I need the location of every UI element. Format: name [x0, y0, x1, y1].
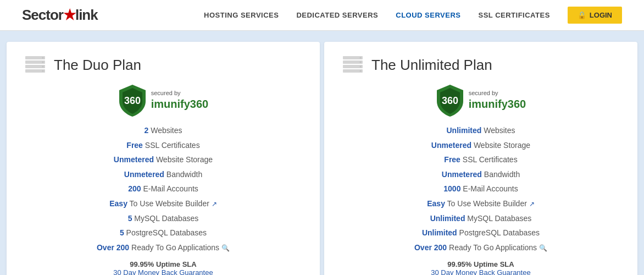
unlimited-features: Unlimited Websites Unmetered Website Sto… — [341, 123, 621, 255]
duo-plan-header: The Duo Plan — [23, 53, 303, 77]
svg-point-13 — [360, 57, 362, 59]
unlimited-money-back[interactable]: 30 Day Money Back Guarantee — [341, 268, 621, 275]
duo-money-back[interactable]: 30 Day Money Back Guarantee — [23, 268, 303, 275]
feature-email: 200 E-Mail Accounts — [23, 182, 303, 196]
svg-point-7 — [42, 70, 44, 72]
u-feature-ssl: Free SSL Certificates — [341, 152, 621, 167]
feature-website-builder: Easy To Use Website Builder ↗ — [23, 196, 303, 211]
u-feature-storage: Unmetered Website Storage — [341, 138, 621, 153]
feature-ssl: Free SSL Certificates — [23, 138, 303, 153]
logo: Sector★link — [22, 7, 98, 24]
u-feature-websites: Unlimited Websites — [341, 123, 621, 138]
server-rack-icon-2 — [341, 53, 365, 77]
login-button[interactable]: 🔒 LOGIN — [568, 7, 622, 24]
logo-text: Sector★link — [22, 7, 98, 23]
svg-point-14 — [360, 62, 362, 63]
svg-text:360: 360 — [442, 95, 458, 106]
imunify-badge-duo: 360 secured by imunify360 — [118, 84, 208, 117]
u-feature-email: 1000 E-Mail Accounts — [341, 182, 621, 196]
server-rack-icon — [23, 53, 47, 77]
u-feature-bandwidth: Unmetered Bandwidth — [341, 167, 621, 182]
svg-point-5 — [42, 62, 44, 63]
unlimited-plan-card: The Unlimited Plan 360 secured by imunif… — [324, 42, 637, 275]
duo-plan-card: The Duo Plan 360 secured by imunify360 2… — [7, 42, 320, 275]
feature-websites: 2 Websites — [23, 123, 303, 138]
feature-storage: Unmetered Website Storage — [23, 152, 303, 167]
svg-point-4 — [42, 57, 44, 59]
duo-plan-title: The Duo Plan — [54, 57, 141, 74]
nav-dedicated-servers[interactable]: DEDICATED SERVERS — [296, 11, 378, 19]
svg-point-6 — [42, 66, 44, 68]
svg-point-16 — [360, 70, 362, 72]
imunify-shield-icon-2: 360 — [436, 84, 464, 117]
duo-sla: 99.95% Uptime SLA — [23, 260, 303, 268]
u-feature-apps: Over 200 Ready To Go Applications 🔍 — [341, 240, 621, 255]
u-feature-mysql: Unlimited MySQL Databases — [341, 211, 621, 226]
u-website-builder-link[interactable]: ↗ — [529, 200, 535, 208]
feature-mysql: 5 MySQL Databases — [23, 211, 303, 226]
nav-cloud-servers[interactable]: CLOUD SERVERS — [396, 11, 460, 19]
svg-text:360: 360 — [124, 95, 141, 106]
u-apps-search-icon[interactable]: 🔍 — [539, 244, 547, 252]
u-feature-postgresql: Unlimited PostgreSQL Databases — [341, 226, 621, 240]
unlimited-sla: 99.95% Uptime SLA — [341, 260, 621, 268]
unlimited-sla-section: 99.95% Uptime SLA 30 Day Money Back Guar… — [341, 260, 621, 275]
unlimited-plan-title: The Unlimited Plan — [371, 57, 492, 74]
imunify-badge-unlimited: 360 secured by imunify360 — [436, 84, 526, 117]
u-feature-website-builder: Easy To Use Website Builder ↗ — [341, 196, 621, 211]
feature-apps: Over 200 Ready To Go Applications 🔍 — [23, 240, 303, 255]
nav: HOSTING SERVICES DEDICATED SERVERS CLOUD… — [204, 7, 622, 24]
imunify-text-2: secured by imunify360 — [469, 90, 526, 110]
feature-bandwidth: Unmetered Bandwidth — [23, 167, 303, 182]
nav-hosting-services[interactable]: HOSTING SERVICES — [204, 11, 279, 19]
lock-icon: 🔒 — [578, 11, 586, 19]
header: Sector★link HOSTING SERVICES DEDICATED S… — [0, 0, 644, 31]
apps-search-icon[interactable]: 🔍 — [221, 244, 230, 252]
plans-container: The Duo Plan 360 secured by imunify360 2… — [0, 31, 644, 275]
nav-ssl-certificates[interactable]: SSL CERTIFICATES — [479, 11, 550, 19]
feature-postgresql: 5 PostgreSQL Databases — [23, 226, 303, 240]
imunify-text: secured by imunify360 — [151, 90, 208, 110]
duo-features: 2 Websites Free SSL Certificates Unmeter… — [23, 123, 303, 255]
website-builder-link[interactable]: ↗ — [212, 200, 217, 208]
duo-sla-section: 99.95% Uptime SLA 30 Day Money Back Guar… — [23, 260, 303, 275]
unlimited-plan-header: The Unlimited Plan — [341, 53, 621, 77]
imunify-shield-icon: 360 — [118, 84, 147, 117]
svg-point-15 — [360, 66, 362, 68]
